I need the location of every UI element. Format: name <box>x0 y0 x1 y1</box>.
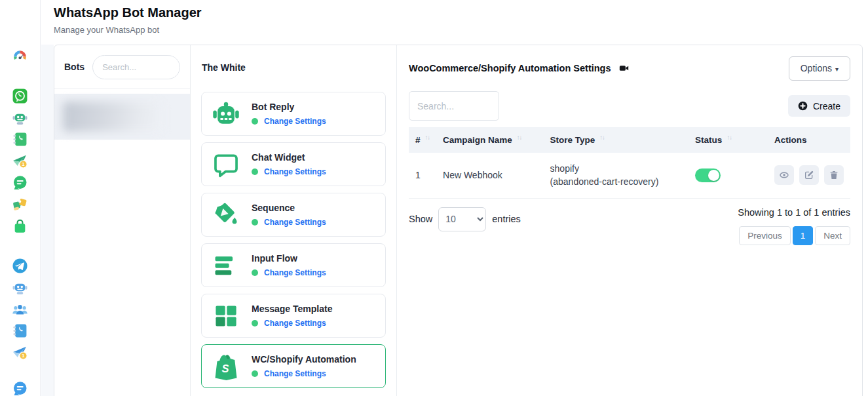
chevron-down-icon: ▾ <box>835 66 839 73</box>
change-settings-link[interactable]: Change Settings <box>264 117 326 126</box>
bot-manager-panel: Bots The White Bot ReplyChange SettingsC… <box>54 45 863 396</box>
menu-item-status: Change Settings <box>252 117 326 126</box>
page-header: WhatsApp Bot Manager Manage your WhatsAp… <box>54 0 202 45</box>
entries-summary: Showing 1 to 1 of 1 entries <box>738 207 850 218</box>
next-page-button[interactable]: Next <box>815 226 850 245</box>
page-size-control: Show 10 entries <box>409 207 521 231</box>
automation-title: WooCommerce/Shopify Automation Settings <box>409 63 611 73</box>
row-index: 1 <box>409 153 436 198</box>
change-settings-link[interactable]: Change Settings <box>264 369 326 378</box>
automation-title-wrap: WooCommerce/Shopify Automation Settings <box>409 63 630 73</box>
selected-bot-name: The White <box>191 45 396 89</box>
plus-circle-icon <box>798 101 808 111</box>
previous-page-button[interactable]: Previous <box>739 226 791 245</box>
view-button[interactable] <box>774 165 794 185</box>
page-subtitle: Manage your WhatsApp bot <box>54 25 202 35</box>
menu-item-status: Change Settings <box>252 218 326 227</box>
bot-list-item[interactable] <box>54 94 190 140</box>
status-dot-icon <box>252 118 258 125</box>
change-settings-link[interactable]: Change Settings <box>264 319 326 328</box>
view-icon <box>779 170 789 180</box>
status-dot-icon <box>252 370 258 377</box>
status-dot-icon <box>252 320 258 327</box>
table-toolbar: Create <box>409 91 850 121</box>
menu-item-wc-shopify-automation[interactable]: SWC/Shopify AutomationChange Settings <box>201 344 386 388</box>
broadcast-sender-icon-blue[interactable]: 1 <box>12 344 28 361</box>
chat-bubble-icon-green[interactable] <box>12 174 28 191</box>
pagination: Previous 1 Next <box>739 226 850 245</box>
chat-bubble-icon-blue[interactable] <box>12 380 28 396</box>
actions-cell <box>768 153 850 198</box>
whatsapp-icon[interactable] <box>12 88 28 104</box>
bot-icon-green[interactable] <box>12 109 28 126</box>
dashboard-gauge-icon[interactable] <box>12 48 28 64</box>
menu-item-bot-reply[interactable]: Bot ReplyChange Settings <box>201 92 386 136</box>
automation-header: WooCommerce/Shopify Automation Settings … <box>409 56 850 81</box>
delete-icon <box>829 170 839 180</box>
column-header-index[interactable]: #↑↓ <box>409 127 436 153</box>
team-icon-blue[interactable] <box>12 301 28 317</box>
create-button[interactable]: Create <box>788 95 850 117</box>
column-header-actions: Actions <box>768 127 850 153</box>
bots-search-input[interactable] <box>92 55 180 79</box>
contacts-book-icon-green[interactable] <box>12 131 28 148</box>
status-dot-icon <box>252 168 258 175</box>
sort-arrows-icon: ↑↓ <box>425 134 430 141</box>
bots-label: Bots <box>64 62 85 72</box>
input-flow-icon <box>212 251 240 280</box>
pagination-area: Showing 1 to 1 of 1 entries Previous 1 N… <box>738 207 850 245</box>
menu-item-status: Change Settings <box>252 319 332 328</box>
status-dot-icon <box>252 269 258 276</box>
shopify-automation-icon: S <box>212 352 240 381</box>
panel-gutter <box>41 45 54 396</box>
menu-item-chat-widget[interactable]: Chat WidgetChange Settings <box>201 142 386 186</box>
contacts-book-icon-blue[interactable] <box>12 323 28 339</box>
integration-puzzle-icon[interactable] <box>12 196 28 212</box>
sort-arrows-icon: ↑↓ <box>726 134 732 141</box>
bot-icon-blue[interactable] <box>12 279 28 296</box>
menu-item-label: Input Flow <box>252 253 326 264</box>
bots-column: Bots <box>54 45 191 396</box>
menu-item-status: Change Settings <box>252 167 326 176</box>
current-page-button[interactable]: 1 <box>793 226 814 245</box>
entries-label: entries <box>492 214 521 224</box>
table-search-input[interactable] <box>409 91 499 121</box>
column-header-status[interactable]: Status↑↓ <box>689 127 768 153</box>
menu-item-sequence[interactable]: SequenceChange Settings <box>201 193 386 237</box>
sequence-paint-icon <box>212 201 240 229</box>
delete-button[interactable] <box>824 165 844 185</box>
menu-item-message-template[interactable]: Message TemplateChange Settings <box>201 294 386 338</box>
status-cell <box>689 153 768 198</box>
status-dot-icon <box>252 219 258 226</box>
column-header-store-type[interactable]: Store Type↑↓ <box>544 127 689 153</box>
status-toggle[interactable] <box>695 168 721 182</box>
broadcast-sender-icon-green[interactable]: 1 <box>12 153 28 169</box>
video-camera-icon <box>618 63 630 73</box>
store-type-cell: shopify(abandoned-cart-recovery) <box>544 153 689 198</box>
automation-table: #↑↓Campaign Name↑↓Store Type↑↓Status↑↓Ac… <box>409 127 850 199</box>
svg-text:1: 1 <box>22 161 25 167</box>
edit-icon <box>804 170 814 180</box>
change-settings-link[interactable]: Change Settings <box>264 218 326 227</box>
sort-arrows-icon: ↑↓ <box>517 134 522 141</box>
shop-bag-icon-green[interactable] <box>12 218 28 234</box>
change-settings-link[interactable]: Change Settings <box>264 167 326 176</box>
bot-reply-icon <box>212 100 240 129</box>
change-settings-link[interactable]: Change Settings <box>264 268 326 277</box>
edit-button[interactable] <box>799 165 819 185</box>
menu-item-label: WC/Shopify Automation <box>252 354 356 365</box>
bot-menu-list: Bot ReplyChange SettingsChat WidgetChang… <box>191 89 396 396</box>
table-row: 1New Webhookshopify(abandoned-cart-recov… <box>409 153 850 198</box>
message-template-icon <box>212 302 240 330</box>
options-button[interactable]: Options▾ <box>789 56 850 81</box>
page-size-select[interactable]: 10 <box>438 207 486 231</box>
menu-item-label: Chat Widget <box>252 152 326 163</box>
chat-widget-icon <box>212 150 240 179</box>
column-header-campaign-name[interactable]: Campaign Name↑↓ <box>436 127 544 153</box>
bot-name-redacted <box>63 102 162 132</box>
table-footer: Show 10 entries Showing 1 to 1 of 1 entr… <box>409 207 850 245</box>
menu-item-input-flow[interactable]: Input FlowChange Settings <box>201 243 386 287</box>
menu-item-label: Message Template <box>252 304 332 314</box>
telegram-icon[interactable] <box>12 258 28 274</box>
page-title: WhatsApp Bot Manager <box>54 5 202 20</box>
